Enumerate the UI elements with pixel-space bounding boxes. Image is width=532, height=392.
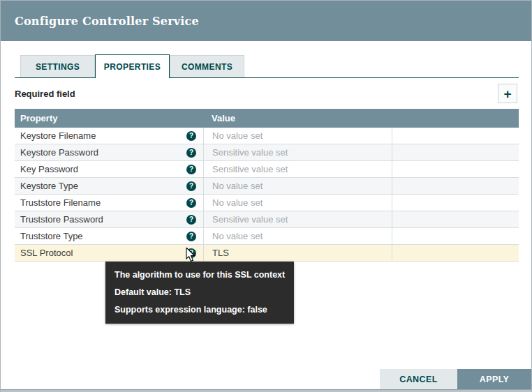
row-extra-cell xyxy=(392,128,519,144)
property-value: No value set xyxy=(212,231,263,241)
table-row[interactable]: Truststore Password?Sensitive value set xyxy=(15,211,519,228)
row-extra-cell xyxy=(392,211,519,227)
property-name: Truststore Type xyxy=(20,231,186,241)
property-name-cell: Truststore Password? xyxy=(15,211,203,227)
property-value: TLS xyxy=(212,248,229,258)
help-icon[interactable]: ? xyxy=(186,215,196,225)
column-header-property: Property xyxy=(15,113,203,123)
property-value-cell[interactable]: TLS xyxy=(203,245,392,261)
property-name-cell: Keystore Filename? xyxy=(15,128,203,144)
property-value-cell[interactable]: No value set xyxy=(203,128,392,144)
tab-properties[interactable]: PROPERTIES xyxy=(95,54,170,78)
tab-bar: SETTINGS PROPERTIES COMMENTS xyxy=(15,55,519,78)
configure-controller-service-dialog: Configure Controller Service SETTINGS PR… xyxy=(0,0,532,392)
property-value: No value set xyxy=(212,181,263,191)
property-value: Sensitive value set xyxy=(212,214,288,225)
dialog-header: Configure Controller Service xyxy=(1,1,531,41)
help-icon[interactable]: ? xyxy=(186,131,196,141)
tab-settings[interactable]: SETTINGS xyxy=(20,55,95,77)
property-value-cell[interactable]: Sensitive value set xyxy=(203,144,392,160)
table-row[interactable]: Keystore Type?No value set xyxy=(15,178,519,195)
table-row[interactable]: SSL Protocol?TLS xyxy=(15,245,519,262)
table-row[interactable]: Keystore Password?Sensitive value set xyxy=(15,144,519,161)
property-name: Key Password xyxy=(20,164,186,174)
property-table: Property Value Keystore Filename?No valu… xyxy=(15,109,519,262)
tooltip-default-value: Default value: TLS xyxy=(114,284,285,301)
property-name-cell: Keystore Password? xyxy=(15,144,203,160)
property-value-cell[interactable]: No value set xyxy=(203,178,392,194)
mouse-cursor xyxy=(186,248,196,262)
apply-button[interactable]: APPLY xyxy=(457,369,531,389)
tooltip-expression-language: Supports expression language: false xyxy=(114,301,285,319)
add-property-button[interactable]: + xyxy=(498,84,517,103)
cancel-button[interactable]: CANCEL xyxy=(380,369,457,389)
dialog-bottom-edge xyxy=(1,389,531,391)
property-name: Keystore Password xyxy=(20,147,186,158)
property-table-body: Keystore Filename?No value setKeystore P… xyxy=(15,128,519,262)
help-icon[interactable]: ? xyxy=(186,232,196,241)
table-row[interactable]: Key Password?Sensitive value set xyxy=(15,161,519,178)
required-field-label: Required field xyxy=(15,89,75,99)
property-name-cell: Keystore Type? xyxy=(15,178,203,194)
table-row[interactable]: Keystore Filename?No value set xyxy=(15,128,519,144)
property-name-cell: SSL Protocol? xyxy=(15,245,203,261)
help-icon[interactable]: ? xyxy=(186,181,196,191)
property-value-cell[interactable]: No value set xyxy=(203,228,392,244)
property-value: Sensitive value set xyxy=(212,164,288,174)
property-name-cell: Truststore Filename? xyxy=(15,195,203,211)
row-extra-cell xyxy=(392,228,519,244)
property-name: Keystore Type xyxy=(20,181,186,191)
property-name: Truststore Filename xyxy=(20,197,186,208)
property-value-cell[interactable]: No value set xyxy=(203,195,392,211)
table-row[interactable]: Truststore Type?No value set xyxy=(15,228,519,245)
property-name-cell: Truststore Type? xyxy=(15,228,203,244)
property-name: SSL Protocol xyxy=(20,248,186,258)
plus-icon: + xyxy=(503,86,511,101)
property-name-cell: Key Password? xyxy=(15,161,203,177)
row-extra-cell xyxy=(392,178,519,194)
table-row[interactable]: Truststore Filename?No value set xyxy=(15,195,519,211)
row-extra-cell xyxy=(392,144,519,160)
row-extra-cell xyxy=(392,245,519,261)
property-name: Truststore Password xyxy=(20,214,186,225)
property-value: No value set xyxy=(212,130,263,141)
property-help-tooltip: The algorithm to use for this SSL contex… xyxy=(105,262,294,324)
property-name: Keystore Filename xyxy=(20,130,186,141)
property-value-cell[interactable]: Sensitive value set xyxy=(203,161,392,177)
tooltip-description: The algorithm to use for this SSL contex… xyxy=(114,266,285,284)
help-icon[interactable]: ? xyxy=(186,148,196,158)
column-header-value: Value xyxy=(203,113,392,123)
help-icon[interactable]: ? xyxy=(186,165,196,174)
row-extra-cell xyxy=(392,161,519,177)
help-icon[interactable]: ? xyxy=(186,198,196,208)
property-value-cell[interactable]: Sensitive value set xyxy=(203,211,392,227)
property-value: No value set xyxy=(212,197,263,208)
dialog-title: Configure Controller Service xyxy=(15,15,199,28)
property-value: Sensitive value set xyxy=(212,147,288,158)
tab-comments[interactable]: COMMENTS xyxy=(170,55,244,77)
row-extra-cell xyxy=(392,195,519,211)
property-table-header: Property Value xyxy=(15,109,519,128)
